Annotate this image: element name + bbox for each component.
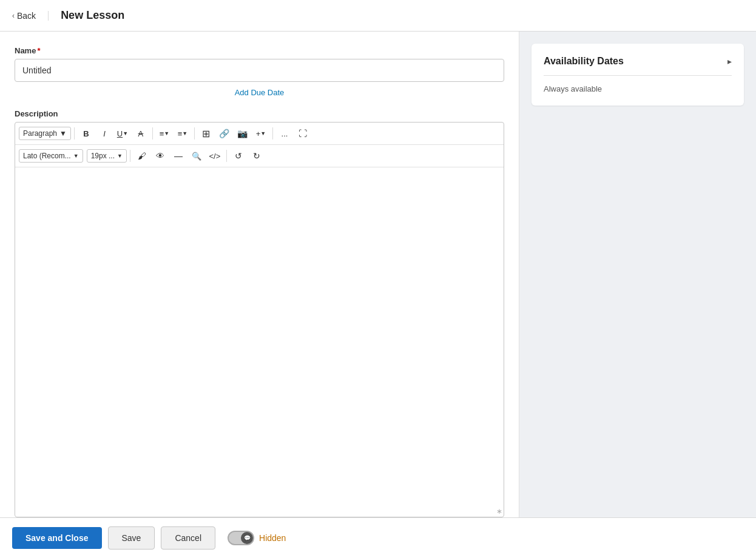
more-icon: ... <box>282 129 288 138</box>
list-icon: ≡ <box>178 129 183 138</box>
availability-title: Availability Dates <box>544 56 624 67</box>
paint-button[interactable]: 🖌 <box>133 147 150 164</box>
table-icon: ⊞ <box>202 128 210 140</box>
toolbar-divider-3 <box>194 127 195 140</box>
editor-container: Paragraph ▼ B I U ▼ A <box>15 122 504 517</box>
italic-icon: I <box>103 129 106 138</box>
align-icon: ≡ <box>160 129 164 138</box>
code-button[interactable]: </> <box>206 147 223 164</box>
save-button[interactable]: Save <box>108 526 155 550</box>
right-panel: Availability Dates ▸ Always available <box>519 32 756 517</box>
paint-icon: 🖌 <box>138 151 146 161</box>
image-button[interactable]: 📷 <box>234 125 251 142</box>
cancel-button[interactable]: Cancel <box>161 526 215 550</box>
undo-button[interactable]: ↺ <box>230 147 247 164</box>
list-chevron: ▼ <box>182 130 187 136</box>
paragraph-chevron-icon: ▼ <box>59 129 67 138</box>
add-button[interactable]: + ▼ <box>252 125 269 142</box>
availability-status: Always available <box>544 84 732 93</box>
fullscreen-icon: ⛶ <box>299 129 307 138</box>
find-icon: 🔍 <box>192 152 201 161</box>
bold-button[interactable]: B <box>78 125 95 142</box>
link-icon: 🔗 <box>219 129 229 138</box>
find-button[interactable]: 🔍 <box>188 147 205 164</box>
resize-handle: ∗ <box>496 507 502 516</box>
visibility-toggle-wrap: 💬 Hidden <box>228 531 286 545</box>
chevron-left-icon: ‹ <box>12 12 15 20</box>
size-select[interactable]: 19px ... ▼ <box>87 149 127 163</box>
table-button[interactable]: ⊞ <box>198 125 215 142</box>
paragraph-select[interactable]: Paragraph ▼ <box>19 127 71 140</box>
toolbar-divider-5 <box>130 150 130 162</box>
fullscreen-button[interactable]: ⛶ <box>294 125 311 142</box>
editor-body[interactable]: ∗ <box>15 167 504 517</box>
description-label: Description <box>15 109 504 118</box>
add-chevron: ▼ <box>260 130 266 136</box>
save-close-button[interactable]: Save and Close <box>12 527 102 549</box>
font-chevron-icon: ▼ <box>73 153 79 159</box>
left-panel: Name* Add Due Date Description Paragraph… <box>0 32 519 517</box>
strikethrough-icon: A <box>138 129 144 138</box>
name-input[interactable] <box>15 59 504 82</box>
redo-icon: ↻ <box>253 151 260 161</box>
toolbar-row1: Paragraph ▼ B I U ▼ A <box>15 123 504 145</box>
back-button[interactable]: ‹ Back <box>12 11 49 21</box>
highlight-icon: 👁 <box>156 151 164 161</box>
align-chevron: ▼ <box>164 130 169 136</box>
back-label: Back <box>17 11 36 21</box>
code-icon: </> <box>209 152 221 161</box>
bold-icon: B <box>83 129 89 138</box>
header: ‹ Back New Lesson <box>0 0 756 32</box>
highlight-button[interactable]: 👁 <box>152 147 169 164</box>
toolbar-divider-1 <box>74 127 75 140</box>
toolbar-row2: Lato (Recom... ▼ 19px ... ▼ 🖌 👁 ― <box>15 145 504 167</box>
redo-button[interactable]: ↻ <box>248 147 265 164</box>
strikethrough-button[interactable]: A <box>132 125 149 142</box>
visibility-toggle[interactable]: 💬 <box>228 531 254 545</box>
name-label: Name* <box>15 46 504 55</box>
add-due-date-button[interactable]: Add Due Date <box>15 88 504 97</box>
main-area: Name* Add Due Date Description Paragraph… <box>0 32 756 517</box>
required-star: * <box>37 46 40 55</box>
hidden-label: Hidden <box>259 533 286 543</box>
availability-header: Availability Dates ▸ <box>544 56 732 76</box>
footer: Save and Close Save Cancel 💬 Hidden <box>0 517 756 558</box>
image-icon: 📷 <box>237 129 248 138</box>
more-button[interactable]: ... <box>276 125 293 142</box>
availability-card: Availability Dates ▸ Always available <box>532 44 744 106</box>
underline-button[interactable]: U ▼ <box>114 125 131 142</box>
hr-button[interactable]: ― <box>170 147 187 164</box>
undo-icon: ↺ <box>235 151 242 161</box>
toolbar-divider-4 <box>272 127 273 140</box>
size-chevron-icon: ▼ <box>117 153 123 159</box>
underline-chevron: ▼ <box>123 130 128 136</box>
toolbar-divider-6 <box>226 150 227 162</box>
italic-button[interactable]: I <box>96 125 113 142</box>
align-button[interactable]: ≡ ▼ <box>156 125 173 142</box>
toggle-knob: 💬 <box>241 532 253 544</box>
underline-icon: U <box>117 129 123 138</box>
list-button[interactable]: ≡ ▼ <box>174 125 191 142</box>
font-select[interactable]: Lato (Recom... ▼ <box>19 149 83 163</box>
toolbar-divider-2 <box>152 127 153 140</box>
availability-chevron-icon[interactable]: ▸ <box>727 56 732 66</box>
link-button[interactable]: 🔗 <box>216 125 233 142</box>
hr-icon: ― <box>174 151 183 161</box>
add-icon: + <box>256 129 261 138</box>
page-title: New Lesson <box>61 9 124 22</box>
